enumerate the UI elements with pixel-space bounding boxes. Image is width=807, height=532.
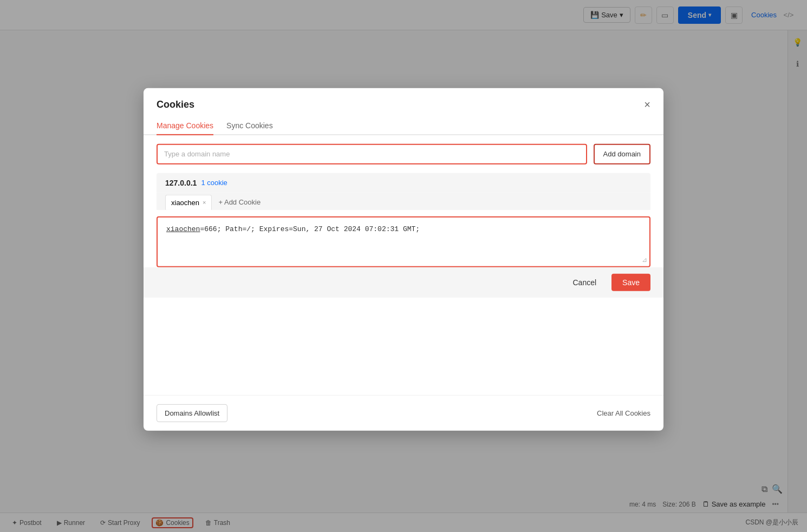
- cancel-button[interactable]: Cancel: [564, 273, 605, 291]
- cookie-name-underline: xiaochen: [166, 225, 200, 233]
- modal-footer: Domains Allowlist Clear All Cookies: [144, 395, 663, 430]
- domains-allowlist-button[interactable]: Domains Allowlist: [157, 404, 227, 422]
- add-cookie-button[interactable]: + Add Cookie: [214, 196, 265, 208]
- cookie-tab-close-icon[interactable]: ×: [203, 199, 206, 206]
- cookie-editor-inner: xiaochen=666; Path=/; Expires=Sun, 27 Oc…: [158, 217, 649, 266]
- cookie-value-text: =666; Path=/; Expires=Sun, 27 Oct 2024 0…: [200, 225, 420, 233]
- modal-close-button[interactable]: ×: [644, 99, 650, 110]
- cookie-editor-outer: xiaochen=666; Path=/; Expires=Sun, 27 Oc…: [157, 216, 650, 267]
- add-domain-button[interactable]: Add domain: [594, 143, 650, 164]
- cookie-count: 1 cookie: [201, 179, 227, 187]
- clear-all-cookies-button[interactable]: Clear All Cookies: [597, 409, 650, 417]
- modal-title: Cookies: [157, 98, 194, 110]
- modal-header: Cookies ×: [144, 88, 663, 110]
- save-cookie-button[interactable]: Save: [611, 273, 650, 291]
- domain-section-header: 127.0.0.1 1 cookie: [157, 173, 650, 192]
- modal-empty-space: [144, 297, 663, 395]
- domain-input-field[interactable]: [157, 143, 587, 164]
- domain-ip: 127.0.0.1: [165, 178, 197, 187]
- tab-sync-cookies[interactable]: Sync Cookies: [226, 116, 273, 135]
- cookie-tab-row: xiaochen × + Add Cookie: [157, 192, 650, 209]
- tab-manage-cookies[interactable]: Manage Cookies: [157, 116, 213, 135]
- cookie-tab-xiaochen[interactable]: xiaochen ×: [165, 194, 212, 209]
- domain-input-row: Add domain: [144, 135, 663, 173]
- modal-tabs: Manage Cookies Sync Cookies: [144, 110, 663, 135]
- domain-section: 127.0.0.1 1 cookie xiaochen × + Add Cook…: [157, 173, 650, 209]
- cookies-modal: Cookies × Manage Cookies Sync Cookies Ad…: [144, 88, 663, 430]
- resize-handle-icon[interactable]: ⊿: [642, 255, 647, 264]
- action-row: Cancel Save: [144, 267, 663, 297]
- cookie-tab-name: xiaochen: [171, 198, 199, 206]
